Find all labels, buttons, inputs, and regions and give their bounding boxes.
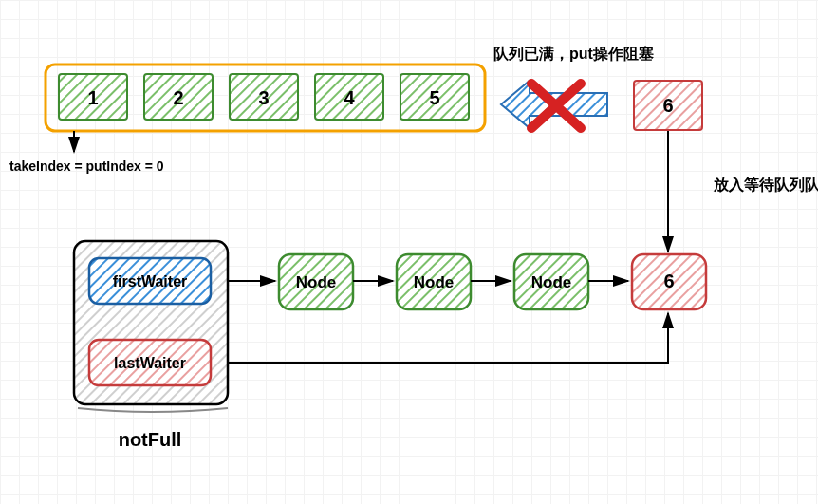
queue-cell-2: 2 — [144, 74, 213, 120]
shadow-line — [78, 408, 228, 412]
node-2-label: Node — [414, 273, 455, 291]
node-3: Node — [514, 254, 588, 309]
node-1-label: Node — [296, 273, 337, 291]
wait-tail-caption: 放入等待队列队尾 — [713, 177, 818, 193]
first-waiter-label: firstWaiter — [113, 273, 188, 289]
queue-cell-2-label: 2 — [173, 87, 183, 108]
queue-cell-3: 3 — [230, 74, 298, 120]
last-waiter-box: lastWaiter — [89, 340, 211, 385]
queue-cell-1: 1 — [59, 74, 127, 120]
first-waiter-box: firstWaiter — [89, 258, 211, 304]
node-3-label: Node — [531, 273, 572, 291]
queue-cell-1-label: 1 — [87, 87, 98, 108]
node-1: Node — [279, 254, 353, 309]
queue-cell-4-label: 4 — [344, 87, 355, 108]
notfull-title: notFull — [119, 429, 182, 450]
blocked-item: 6 — [634, 81, 702, 130]
queue-cell-3-label: 3 — [258, 87, 269, 108]
queue-cell-5-label: 5 — [429, 87, 439, 108]
tail-node-label: 6 — [663, 271, 674, 291]
index-caption: takeIndex = putIndex = 0 — [9, 159, 164, 174]
arrow-last-to-tail — [228, 313, 668, 363]
blocked-item-label: 6 — [662, 95, 673, 116]
node-2: Node — [397, 254, 471, 309]
queue-cell-4: 4 — [315, 74, 383, 120]
tail-node: 6 — [632, 254, 706, 309]
blocked-caption: 队列已满，put操作阻塞 — [493, 45, 654, 62]
last-waiter-label: lastWaiter — [114, 355, 186, 371]
queue-cell-5: 5 — [400, 74, 469, 120]
